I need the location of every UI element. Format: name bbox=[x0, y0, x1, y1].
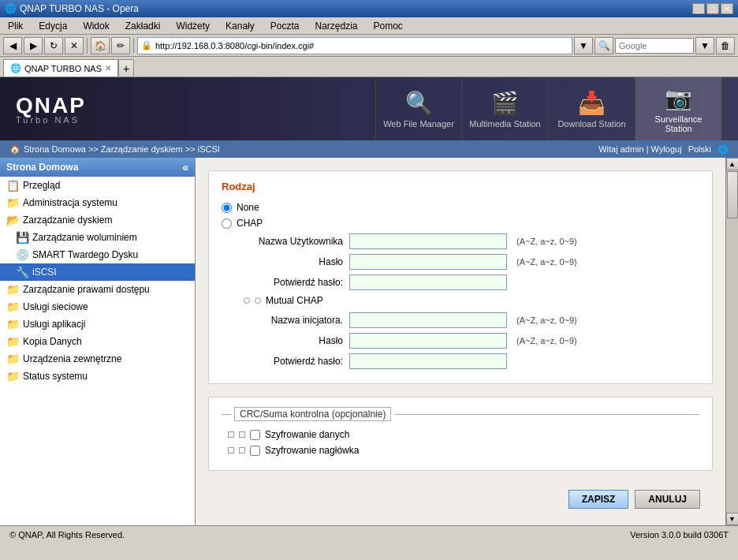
radio-chap[interactable] bbox=[222, 218, 232, 229]
address-dropdown[interactable]: ▼ bbox=[574, 37, 593, 54]
label-potwierdz: Potwierdź hasło: bbox=[240, 277, 343, 288]
tab-qnap[interactable]: 🌐 QNAP TURBO NAS ✕ bbox=[3, 59, 118, 77]
rodzaj-section: Rodzaj None CHAP Nazwa Użytkownika (A~Z,… bbox=[208, 170, 713, 384]
tab-close-button[interactable]: ✕ bbox=[105, 64, 111, 73]
close-window-button[interactable]: ✕ bbox=[721, 3, 733, 14]
nav-surveillance-station[interactable]: 📷 Surveillance Station bbox=[636, 77, 722, 140]
home-button[interactable]: 🏠 bbox=[91, 37, 110, 54]
menu-kanaly[interactable]: Kanały bbox=[221, 19, 259, 33]
main-layout: Strona Domowa « 📋 Przegląd 📁 Administrac… bbox=[0, 158, 738, 525]
sidebar-item-administracja[interactable]: 📁 Administracja systemu bbox=[0, 194, 195, 211]
search-input[interactable] bbox=[615, 38, 694, 54]
radio-none-label[interactable]: None bbox=[237, 202, 259, 213]
prawa-label: Zarządzanie prawami dostępu bbox=[23, 284, 150, 295]
sidebar-item-przeglad[interactable]: 📋 Przegląd bbox=[0, 177, 195, 194]
save-button[interactable]: ZAPISZ bbox=[568, 490, 629, 509]
search-go-button[interactable]: ▼ bbox=[695, 37, 714, 54]
language-selector[interactable]: Polski bbox=[688, 144, 711, 154]
version-text: Version 3.0.0 build 0306T bbox=[630, 530, 729, 539]
label-inicjator: Nazwa inicjatora. bbox=[240, 315, 343, 326]
toolbar-separator bbox=[87, 38, 88, 54]
nav-download-station[interactable]: 📥 Download Station bbox=[549, 77, 636, 140]
radio-none[interactable] bbox=[222, 203, 232, 213]
scroll-track[interactable] bbox=[726, 170, 739, 513]
check-szyfrowanie-danych[interactable] bbox=[250, 430, 260, 440]
menu-widok[interactable]: Widok bbox=[78, 19, 114, 33]
search-icon[interactable]: 🔍 bbox=[594, 37, 613, 54]
content-area: Rodzaj None CHAP Nazwa Użytkownika (A~Z,… bbox=[196, 158, 725, 525]
radio-chap-label[interactable]: CHAP bbox=[237, 218, 263, 229]
sidebar-item-zarzadzanie-woluminiem[interactable]: 💾 Zarządzanie woluminiem bbox=[0, 229, 195, 246]
window-titlebar: 🌐 QNAP TURBO NAS - Opera _ □ ✕ bbox=[0, 0, 738, 17]
browser-icon: 🌐 bbox=[5, 3, 17, 14]
crc-line-before bbox=[222, 414, 231, 415]
stop-button[interactable]: ✕ bbox=[65, 37, 84, 54]
input-haslo-mutual[interactable] bbox=[349, 333, 507, 349]
back-button[interactable]: ◀ bbox=[3, 37, 22, 54]
menu-edycja[interactable]: Edycja bbox=[34, 19, 72, 33]
sidebar-item-smart[interactable]: 💿 SMART Twardego Dysku bbox=[0, 246, 195, 263]
minimize-button[interactable]: _ bbox=[692, 3, 705, 14]
scroll-down-button[interactable]: ▼ bbox=[726, 513, 739, 525]
check-szyfrowanie-naglowka[interactable] bbox=[250, 446, 260, 456]
edit-button[interactable]: ✏ bbox=[111, 37, 130, 54]
sidebar-item-status-systemu[interactable]: 📁 Status systemu bbox=[0, 368, 195, 385]
mutual-chap-label: Mutual CHAP bbox=[266, 295, 323, 306]
address-bar[interactable]: 🔒 bbox=[137, 37, 572, 54]
sidebar-item-uslugi-aplikacji[interactable]: 📁 Usługi aplikacji bbox=[0, 315, 195, 333]
nav-label-multimedia-station: Multimedia Station bbox=[469, 119, 541, 129]
brand-sub: Turbo NAS bbox=[16, 115, 86, 125]
menu-plik[interactable]: Plik bbox=[3, 19, 28, 33]
menu-zakladki[interactable]: Zakładki bbox=[121, 19, 166, 33]
qnap-nav: 🔍 Web File Manager 🎬 Multimedia Station … bbox=[375, 77, 722, 140]
sidebar-item-zarzadzanie-prawami[interactable]: 📁 Zarządzanie prawami dostępu bbox=[0, 281, 195, 298]
crc-title-group: CRC/Suma kontrolna (opcjonalnie) bbox=[222, 407, 699, 421]
administracja-icon: 📁 bbox=[6, 196, 20, 209]
tab-icon: 🌐 bbox=[10, 63, 21, 73]
mutual-chap-bullet bbox=[244, 297, 250, 304]
bullet-szyfrowanie-naglowka bbox=[228, 447, 234, 454]
breadcrumb-right: Witaj admin | Wyloguj Polski 🌐 bbox=[598, 144, 729, 155]
checkbox-szyfrowanie-naglowka[interactable]: Szyfrowanie nagłówka bbox=[222, 445, 699, 456]
web-file-manager-icon: 🔍 bbox=[405, 90, 433, 116]
nav-web-file-manager[interactable]: 🔍 Web File Manager bbox=[375, 77, 462, 140]
sidebar-item-uslugi-sieciowe[interactable]: 📁 Usługi sieciowe bbox=[0, 298, 195, 315]
sidebar-collapse-button[interactable]: « bbox=[182, 161, 188, 174]
address-input[interactable] bbox=[155, 41, 568, 50]
kopia-danych-label: Kopia Danych bbox=[23, 336, 82, 347]
menu-widzety[interactable]: Widżety bbox=[171, 19, 214, 33]
nav-multimedia-station[interactable]: 🎬 Multimedia Station bbox=[462, 77, 549, 140]
scroll-up-button[interactable]: ▲ bbox=[726, 158, 739, 170]
scrollbar[interactable]: ▲ ▼ bbox=[725, 158, 738, 525]
input-haslo[interactable] bbox=[349, 254, 507, 270]
menu-narzedzia[interactable]: Narzędzia bbox=[310, 19, 362, 33]
input-inicjator[interactable] bbox=[349, 312, 507, 328]
input-potwierdz[interactable] bbox=[349, 274, 507, 290]
uslugi-sieciowe-label: Usługi sieciowe bbox=[23, 301, 88, 312]
uslugi-aplikacji-icon: 📁 bbox=[6, 318, 20, 330]
administracja-label: Administracja systemu bbox=[23, 197, 117, 208]
uslugi-aplikacji-label: Usługi aplikacji bbox=[23, 319, 85, 330]
reload-button[interactable]: ↻ bbox=[44, 37, 63, 54]
nav-label-surveillance-station: Surveillance Station bbox=[642, 114, 715, 133]
input-potwierdz-mutual[interactable] bbox=[349, 353, 507, 369]
trash-button[interactable]: 🗑 bbox=[716, 37, 735, 54]
input-username[interactable] bbox=[349, 233, 507, 249]
sidebar-item-kopia-danych[interactable]: 📁 Kopia Danych bbox=[0, 333, 195, 350]
maximize-button[interactable]: □ bbox=[706, 3, 719, 14]
new-tab-button[interactable]: + bbox=[118, 59, 134, 77]
scroll-thumb[interactable] bbox=[727, 171, 738, 218]
menu-pomoc[interactable]: Pomoc bbox=[369, 19, 408, 33]
qnap-header: QNAP Turbo NAS 🔍 Web File Manager 🎬 Mult… bbox=[0, 77, 738, 140]
label-username: Nazwa Użytkownika bbox=[240, 236, 343, 247]
forward-button[interactable]: ▶ bbox=[24, 37, 43, 54]
menu-poczta[interactable]: Poczta bbox=[266, 19, 304, 33]
tabbar: 🌐 QNAP TURBO NAS ✕ + bbox=[0, 57, 738, 77]
window-controls[interactable]: _ □ ✕ bbox=[692, 3, 733, 14]
toolbar-separator2 bbox=[133, 38, 134, 54]
checkbox-szyfrowanie-danych[interactable]: Szyfrowanie danych bbox=[222, 429, 699, 440]
sidebar-item-zarzadzanie-dyskiem[interactable]: 📂 Zarządzanie dyskiem bbox=[0, 211, 195, 229]
sidebar-item-iscsi[interactable]: 🔧 iSCSI bbox=[0, 263, 195, 281]
sidebar-item-urzadzenia-zewnetrzne[interactable]: 📁 Urządzenia zewnętrzne bbox=[0, 350, 195, 368]
cancel-button[interactable]: ANULUJ bbox=[635, 490, 700, 509]
